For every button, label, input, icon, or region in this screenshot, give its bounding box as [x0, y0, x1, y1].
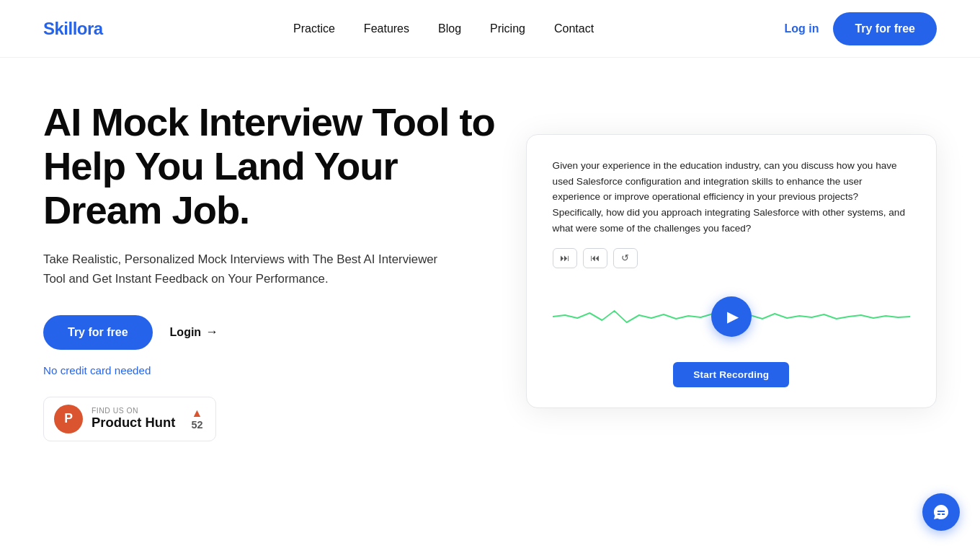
nav-contact[interactable]: Contact [554, 22, 594, 35]
hero-right: Given your experience in the education i… [526, 134, 937, 408]
product-hunt-name: Product Hunt [92, 415, 175, 431]
nav-try-free-button[interactable]: Try for free [833, 12, 937, 45]
chat-support-button[interactable] [922, 493, 960, 531]
product-hunt-icon: P [54, 405, 83, 433]
vote-count: 52 [191, 419, 202, 431]
playback-controls: ⏭ ⏮ ↺ [553, 248, 910, 268]
nav-blog[interactable]: Blog [438, 22, 461, 35]
product-hunt-text: FIND US ON Product Hunt [92, 407, 175, 431]
fast-forward-button[interactable]: ⏭ [553, 248, 577, 268]
hero-left: AI Mock Interview Tool to Help You Land … [43, 101, 508, 441]
nav-practice[interactable]: Practice [293, 22, 335, 35]
nav-links: Practice Features Blog Pricing Contact [293, 22, 594, 35]
arrow-icon: → [205, 325, 218, 340]
mock-interview-card: Given your experience in the education i… [526, 134, 937, 408]
product-hunt-votes: ▲ 52 [191, 407, 202, 431]
nav-login-link[interactable]: Log in [784, 22, 819, 35]
mock-card-footer: Start Recording [553, 362, 910, 387]
product-hunt-find-label: FIND US ON [92, 407, 175, 415]
product-hunt-badge[interactable]: P FIND US ON Product Hunt ▲ 52 [43, 397, 216, 441]
start-recording-button[interactable]: Start Recording [673, 362, 789, 387]
no-credit-card-text: No credit card needed [43, 364, 508, 376]
upvote-arrow-icon: ▲ [192, 407, 203, 419]
hero-try-free-button[interactable]: Try for free [43, 315, 153, 350]
rewind-button[interactable]: ⏮ [583, 248, 607, 268]
waveform-area: ▶ [553, 291, 910, 342]
mock-card-top: Given your experience in the education i… [553, 158, 910, 291]
navbar: Skillora Practice Features Blog Pricing … [0, 0, 980, 58]
hero-login-link[interactable]: Login → [170, 325, 218, 340]
nav-features[interactable]: Features [364, 22, 409, 35]
play-button[interactable]: ▶ [711, 296, 752, 337]
hero-section: AI Mock Interview Tool to Help You Land … [0, 58, 980, 470]
brand-logo[interactable]: Skillora [43, 19, 103, 39]
interview-question: Given your experience in the education i… [553, 158, 910, 237]
hero-subtitle: Take Realistic, Personalized Mock Interv… [43, 250, 447, 289]
refresh-button[interactable]: ↺ [613, 248, 638, 268]
hero-title: AI Mock Interview Tool to Help You Land … [43, 101, 508, 233]
hero-actions: Try for free Login → [43, 315, 508, 350]
play-icon: ▶ [727, 308, 739, 325]
nav-actions: Log in Try for free [784, 12, 937, 45]
chat-icon [932, 503, 950, 521]
nav-pricing[interactable]: Pricing [490, 22, 525, 35]
